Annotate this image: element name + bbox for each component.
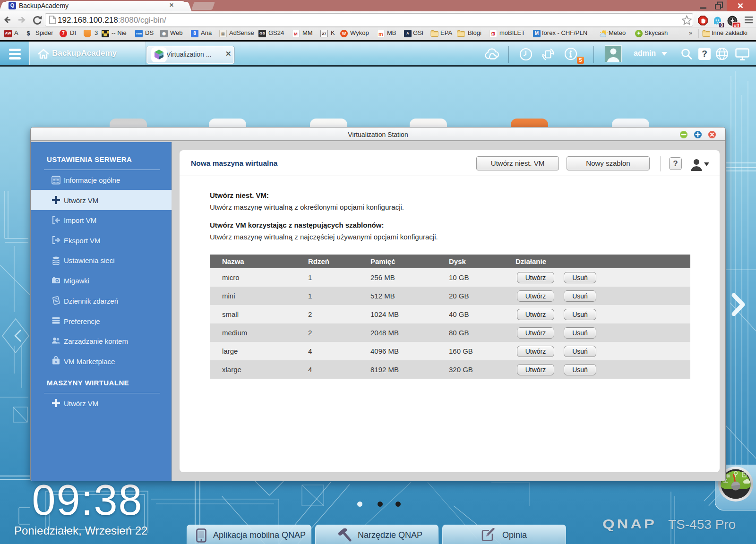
svg-text:v: v — [55, 360, 57, 364]
